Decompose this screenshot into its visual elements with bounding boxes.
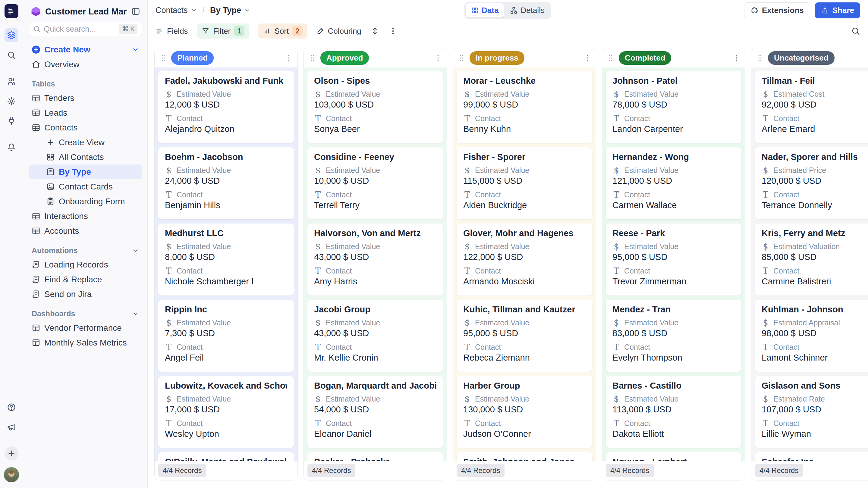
record-card[interactable]: Rippin Inc $ Estimated Value 7,300 $ USD…	[158, 300, 294, 372]
record-card[interactable]: Glover, Mohr and Hagenes $ Estimated Val…	[457, 224, 592, 295]
column-status-badge[interactable]: In progress	[470, 51, 524, 65]
collapse-sidebar-icon[interactable]	[131, 7, 140, 16]
record-card[interactable]: O'Reilly, Mante and Powlowski $ T	[158, 452, 294, 461]
drag-handle-icon[interactable]	[756, 54, 764, 62]
record-card[interactable]: Schaefer Inc $ T	[755, 452, 868, 461]
create-new-button[interactable]: Create New	[29, 42, 142, 57]
view-contact-cards[interactable]: Contact Cards	[29, 179, 142, 194]
record-card[interactable]: Kris, Ferry and Metz $ Estimated Valuati…	[755, 224, 868, 295]
record-card[interactable]: Tillman - Feil $ Estimated Cost 92,000 $…	[755, 71, 868, 143]
column-status-badge[interactable]: Uncategorised	[768, 51, 835, 65]
chevron-down-icon[interactable]	[132, 311, 139, 317]
drag-handle-icon[interactable]	[159, 54, 167, 62]
record-card[interactable]: Halvorson, Von and Mertz $ Estimated Val…	[307, 224, 443, 295]
automation-script-icon	[32, 260, 40, 269]
column-menu-icon[interactable]	[733, 54, 740, 62]
column-menu-icon[interactable]	[285, 54, 293, 62]
sidebar-item-accounts[interactable]: Accounts	[29, 224, 142, 238]
dashboard-vendor-performance[interactable]: Vendor Performance	[29, 321, 142, 335]
integrations-plug-icon[interactable]	[4, 114, 19, 128]
sidebar-item-contacts[interactable]: Contacts	[29, 120, 142, 135]
row-height-icon[interactable]	[370, 27, 379, 36]
settings-gear-icon[interactable]	[4, 94, 19, 108]
workspace-tables-icon[interactable]	[4, 28, 19, 42]
column-status-badge[interactable]: Planned	[171, 51, 214, 65]
record-card[interactable]: Lubowitz, Kovacek and Schowalter $ Estim…	[158, 376, 294, 448]
filter-button[interactable]: Filter 1	[197, 24, 249, 38]
more-options-icon[interactable]	[389, 27, 398, 36]
record-card[interactable]: Harber Group $ Estimated Value 130,000 $…	[457, 376, 592, 448]
view-by-type-active[interactable]: By Type	[29, 164, 142, 179]
fields-button[interactable]: Fields	[156, 27, 188, 36]
sort-button[interactable]: Sort 2	[258, 24, 307, 38]
notifications-bell-icon[interactable]	[4, 140, 19, 154]
sidebar-item-overview[interactable]: Overview	[29, 57, 142, 72]
board-search-icon[interactable]	[851, 27, 860, 36]
colouring-button[interactable]: Colouring	[316, 27, 361, 36]
user-avatar[interactable]	[4, 467, 19, 483]
sidebar-item-interactions[interactable]: Interactions	[29, 209, 142, 224]
field-value: 130,000 $ USD	[463, 404, 586, 415]
record-card[interactable]: Hernandez - Wong $ Estimated Value 121,0…	[606, 147, 741, 219]
view-onboarding-form[interactable]: Onboarding Form	[29, 194, 142, 209]
help-icon[interactable]	[4, 400, 19, 414]
drag-handle-icon[interactable]	[607, 54, 615, 62]
field-label: Estimated Value	[177, 395, 231, 403]
quick-search-input[interactable]	[44, 24, 116, 34]
quick-search-box[interactable]: ⌘ K	[29, 22, 142, 36]
record-card[interactable]: Medhurst LLC $ Estimated Value 8,000 $ U…	[158, 224, 294, 295]
record-card[interactable]: Kuhlman - Johnson $ Estimated Appraisal …	[755, 300, 868, 372]
dashboard-monthly-sales-metrics[interactable]: Monthly Sales Metrics	[29, 335, 142, 350]
record-card[interactable]: Morar - Leuschke $ Estimated Value 99,00…	[457, 71, 592, 143]
column-menu-icon[interactable]	[434, 54, 442, 62]
automation-loading-records[interactable]: Loading Records	[29, 257, 142, 272]
record-card[interactable]: Considine - Feeney $ Estimated Value 10,…	[307, 147, 443, 219]
column-menu-icon[interactable]	[584, 54, 591, 62]
record-card[interactable]: Smith, Johnson and Jones $ T	[457, 452, 592, 461]
record-card[interactable]: Nguyen - Lambert $ T	[606, 452, 741, 461]
column-status-badge[interactable]: Completed	[619, 51, 671, 65]
record-card[interactable]: Bogan, Marquardt and Jacobi $ Estimated …	[307, 376, 443, 448]
record-card[interactable]: Kuhic, Tillman and Kautzer $ Estimated V…	[457, 300, 592, 372]
rail-search-icon[interactable]	[4, 48, 19, 62]
record-card[interactable]: Jacobi Group $ Estimated Value 43,000 $ …	[307, 300, 443, 372]
record-card[interactable]: Fadel, Jakubowski and Funk $ Estimated V…	[158, 71, 294, 143]
tab-data[interactable]: Data	[466, 3, 504, 18]
app-logo[interactable]	[4, 4, 19, 18]
drag-handle-icon[interactable]	[458, 54, 465, 62]
record-card[interactable]: Mendez - Tran $ Estimated Value 83,000 $…	[606, 300, 741, 372]
breadcrumb-table[interactable]: Contacts	[156, 6, 188, 15]
extensions-button[interactable]: Extensions	[744, 2, 810, 19]
record-card[interactable]: Olson - Sipes $ Estimated Value 103,000 …	[307, 71, 443, 143]
record-card[interactable]: Fisher - Sporer $ Estimated Value 115,00…	[457, 147, 592, 219]
record-card[interactable]: Johnson - Patel $ Estimated Value 78,000…	[606, 71, 741, 143]
automation-find-replace[interactable]: Find & Replace	[29, 272, 142, 287]
record-card[interactable]: Becker - Prohaska $ T	[307, 452, 443, 461]
add-workspace-button[interactable]	[4, 447, 19, 460]
chevron-down-icon[interactable]	[132, 247, 139, 254]
announcements-megaphone-icon[interactable]	[4, 420, 19, 434]
record-card[interactable]: Barnes - Castillo $ Estimated Value 113,…	[606, 376, 741, 448]
tab-details[interactable]: Details	[504, 3, 550, 18]
field-value: 54,000 $ USD	[314, 404, 436, 415]
view-all-contacts[interactable]: All Contacts	[29, 150, 142, 164]
field-label: Contact	[475, 343, 501, 352]
record-title: Morar - Leuschke	[463, 76, 586, 86]
record-card[interactable]: Nader, Sporer and Hills $ Estimated Pric…	[755, 147, 868, 219]
record-card[interactable]: Boehm - Jacobson $ Estimated Value 24,00…	[158, 147, 294, 219]
chevron-down-icon[interactable]	[191, 7, 197, 13]
field-value: 95,000 $ USD	[613, 252, 735, 263]
breadcrumb-view[interactable]: By Type	[210, 6, 241, 15]
record-card[interactable]: Gislason and Sons $ Estimated Rate 107,0…	[755, 376, 868, 448]
share-button[interactable]: Share	[815, 2, 860, 19]
sidebar-item-leads[interactable]: Leads	[29, 105, 142, 120]
field-label-row: T Contact	[762, 343, 868, 352]
collaborators-icon[interactable]	[4, 74, 19, 88]
automation-send-on-jira[interactable]: Send on Jira	[29, 287, 142, 301]
chevron-down-icon[interactable]	[244, 7, 250, 13]
column-status-badge[interactable]: Approved	[320, 51, 369, 65]
record-card[interactable]: Reese - Park $ Estimated Value 95,000 $ …	[606, 224, 741, 295]
sidebar-item-tenders[interactable]: Tenders	[29, 91, 142, 105]
drag-handle-icon[interactable]	[309, 54, 316, 62]
create-view-button[interactable]: Create View	[29, 135, 142, 150]
